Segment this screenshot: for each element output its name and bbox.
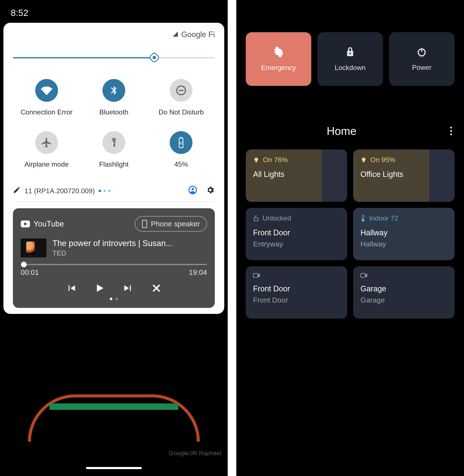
flashlight-icon: [102, 131, 125, 154]
more-icon[interactable]: [447, 127, 455, 135]
power-buttons: Emergency Lockdown Power: [246, 32, 454, 86]
svg-rect-21: [363, 161, 365, 162]
qs-tile-flashlight[interactable]: Flashlight: [80, 131, 147, 168]
user-icon[interactable]: [188, 186, 197, 196]
phone-icon: [142, 220, 147, 228]
device-front-door-lock[interactable]: Unlocked Front Door Entryway: [246, 208, 347, 260]
svg-point-18: [254, 157, 258, 161]
status-time: 8:52: [11, 8, 28, 18]
power-button[interactable]: Power: [389, 32, 454, 86]
svg-point-17: [423, 57, 424, 57]
camera-icon: [360, 273, 368, 278]
build-label: 11 (RP1A.200720.009): [24, 187, 95, 195]
qs-tile-battery[interactable]: 45 45%: [148, 131, 215, 168]
svg-text:45: 45: [179, 141, 183, 145]
device-garage-camera[interactable]: Garage Garage: [353, 266, 454, 319]
elapsed-time: 00:01: [21, 268, 39, 276]
brightness-thumb[interactable]: [149, 53, 159, 63]
wifi-icon: [35, 79, 58, 102]
total-time: 19:04: [189, 268, 207, 276]
media-source: YouTube: [21, 219, 64, 228]
qs-tiles: Connection Error Bluetooth Do Not Distur…: [13, 79, 215, 168]
media-title: The power of introverts | Susan...: [52, 239, 173, 248]
youtube-icon: [21, 220, 30, 227]
bluetooth-icon: [102, 79, 125, 102]
close-button[interactable]: [151, 283, 162, 294]
svg-point-8: [191, 188, 194, 190]
media-player: YouTube Phone speaker The power of intro…: [13, 208, 215, 308]
airplane-icon: [35, 131, 58, 154]
prev-button[interactable]: [66, 283, 77, 294]
dnd-icon: [170, 79, 193, 102]
quick-settings-panel: Google Fi Connection Error: [3, 23, 224, 314]
quick-settings-screen: 8:52 Google Fi Conn: [0, 0, 228, 476]
unlock-icon: [253, 215, 259, 222]
qs-tile-bluetooth[interactable]: Bluetooth: [80, 79, 147, 116]
qs-tile-airplane[interactable]: Airplane mode: [13, 131, 80, 168]
device-all-lights[interactable]: On 76% All Lights: [246, 149, 347, 202]
qs-tile-wifi[interactable]: Connection Error: [13, 79, 80, 116]
camera-icon: [253, 273, 260, 278]
home-title: Home: [236, 124, 447, 137]
media-seekbar[interactable]: [21, 264, 207, 265]
svg-rect-5: [180, 137, 182, 138]
signal-icon: [172, 30, 178, 39]
svg-point-12: [349, 53, 351, 54]
svg-rect-23: [362, 215, 364, 219]
battery-icon: 45: [170, 131, 193, 154]
media-thumbnail: [21, 238, 46, 257]
svg-point-20: [362, 157, 366, 161]
qs-tile-dnd[interactable]: Do Not Disturb: [148, 79, 215, 116]
svg-rect-10: [142, 220, 147, 228]
image-credit: Google/JR Raphael: [169, 450, 221, 457]
svg-point-1: [153, 56, 156, 59]
bulb-icon: [360, 157, 367, 163]
emergency-button[interactable]: Emergency: [246, 32, 311, 86]
svg-rect-25: [253, 274, 258, 277]
lock-icon: [345, 47, 355, 57]
device-grid: On 76% All Lights On 95% Office Lights U…: [246, 149, 454, 319]
device-front-door-camera[interactable]: Front Door Front Door: [246, 266, 347, 319]
medical-icon: [273, 47, 284, 57]
svg-rect-19: [255, 161, 257, 162]
background-clock-widget: [28, 394, 200, 442]
bulb-icon: [253, 157, 260, 163]
output-chip[interactable]: Phone speaker: [135, 216, 207, 232]
svg-point-24: [362, 219, 364, 222]
thermostat-icon: [360, 215, 366, 222]
gear-icon[interactable]: [206, 186, 215, 196]
svg-rect-26: [361, 274, 365, 277]
device-hallway-thermostat[interactable]: Indoor 72 Hallway Hallway: [353, 208, 454, 260]
media-subtitle: TED: [52, 249, 173, 257]
brightness-slider[interactable]: [13, 53, 215, 62]
svg-rect-14: [421, 48, 422, 52]
device-office-lights[interactable]: On 95% Office Lights: [353, 149, 454, 202]
next-button[interactable]: [122, 283, 134, 294]
svg-point-15: [420, 57, 420, 57]
power-icon: [416, 47, 427, 57]
media-pager: [21, 298, 207, 300]
carrier-label: Google Fi: [181, 30, 215, 39]
power-menu-screen: Emergency Lockdown Power Home On 76% All…: [236, 0, 464, 476]
carrier-row: Google Fi: [13, 30, 215, 39]
lockdown-button[interactable]: Lockdown: [317, 32, 383, 86]
edit-icon[interactable]: [13, 186, 21, 196]
svg-point-16: [421, 57, 422, 57]
build-row: 11 (RP1A.200720.009): [13, 186, 215, 196]
page-dots: [99, 190, 111, 192]
play-button[interactable]: [94, 283, 105, 294]
svg-rect-22: [254, 218, 258, 221]
nav-pill[interactable]: [86, 467, 142, 469]
svg-rect-3: [179, 90, 184, 91]
